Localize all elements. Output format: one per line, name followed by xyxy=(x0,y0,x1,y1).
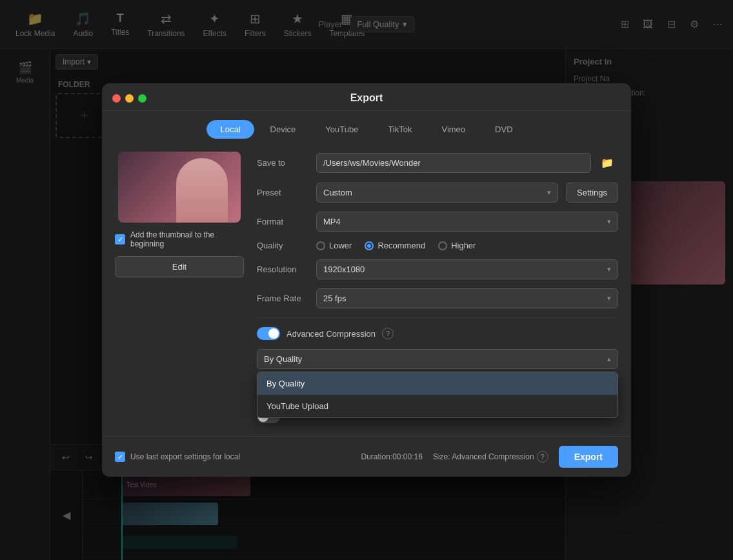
preset-row: Preset Custom ▾ Settings xyxy=(257,183,618,203)
quality-lower-label: Lower xyxy=(329,241,352,250)
thumb-person-figure xyxy=(176,158,228,223)
compression-dropdown[interactable]: By Quality ▴ xyxy=(257,349,618,369)
path-row: /Users/ws/Movies/Wonder 📁 xyxy=(316,152,618,174)
settings-button[interactable]: Settings xyxy=(566,183,618,203)
last-export-checkbox[interactable]: ✓ xyxy=(115,452,125,462)
frame-rate-row-label: Frame Rate xyxy=(257,294,308,303)
tab-bar: Local Device YouTube TikTok Vimeo DVD xyxy=(102,111,631,145)
quality-label: Quality xyxy=(257,241,308,250)
resolution-dropdown[interactable]: 1920x1080 ▾ xyxy=(316,259,618,279)
export-button[interactable]: Export xyxy=(559,446,618,468)
compression-dropdown-container: By Quality ▴ By Quality YouTube Upload xyxy=(257,349,618,369)
modal-title: Export xyxy=(115,92,618,104)
traffic-lights xyxy=(112,94,146,103)
footer-checkbox-row: ✓ Use last export settings for local xyxy=(115,452,240,462)
close-btn[interactable] xyxy=(112,94,121,103)
compression-option-youtube-upload[interactable]: YouTube Upload xyxy=(257,395,618,417)
quality-recommend-option[interactable]: Recommend xyxy=(365,241,425,250)
quality-lower-option[interactable]: Lower xyxy=(316,241,352,250)
tab-local[interactable]: Local xyxy=(206,120,254,139)
preset-label: Preset xyxy=(257,188,308,197)
settings-divider xyxy=(257,317,618,318)
tab-tiktok[interactable]: TikTok xyxy=(374,120,425,139)
advanced-compression-toggle[interactable] xyxy=(257,327,280,340)
tab-device[interactable]: Device xyxy=(257,120,310,139)
toggle-knob xyxy=(268,328,279,339)
quality-recommend-radio[interactable] xyxy=(365,241,374,250)
format-label: Format xyxy=(257,217,308,226)
tab-vimeo[interactable]: Vimeo xyxy=(428,120,479,139)
footer-size: Size: Advanced Compression ? xyxy=(433,451,548,463)
format-row: Format MP4 ▾ xyxy=(257,212,618,232)
thumbnail-checkbox[interactable]: ✓ xyxy=(115,234,125,245)
compression-chevron-icon: ▴ xyxy=(607,355,611,363)
quality-higher-label: Higher xyxy=(451,241,476,250)
tab-dvd[interactable]: DVD xyxy=(481,120,526,139)
format-chevron-icon: ▾ xyxy=(607,217,611,226)
advanced-compression-label: Advanced Compression xyxy=(286,329,376,339)
preset-chevron-icon: ▾ xyxy=(547,188,551,197)
advanced-compression-row: Advanced Compression ? xyxy=(257,327,618,340)
maximize-btn[interactable] xyxy=(138,94,146,103)
quality-recommend-label: Recommend xyxy=(377,241,425,250)
preset-dropdown[interactable]: Custom ▾ xyxy=(316,183,558,203)
save-to-label: Save to xyxy=(257,158,308,168)
modal-footer: ✓ Use last export settings for local Dur… xyxy=(102,436,631,477)
frame-rate-dropdown[interactable]: 25 fps ▾ xyxy=(316,288,618,308)
advanced-compression-help-icon[interactable]: ? xyxy=(382,328,394,339)
thumb-preview xyxy=(118,152,241,223)
thumb-checkbox-row: ✓ Add the thumbnail to the beginning xyxy=(115,230,244,248)
frame-rate-chevron-icon: ▾ xyxy=(607,294,611,303)
last-export-label: Use last export settings for local xyxy=(130,452,240,461)
save-to-row: Save to /Users/ws/Movies/Wonder 📁 xyxy=(257,152,618,174)
modal-titlebar: Export xyxy=(102,83,631,111)
quality-higher-option[interactable]: Higher xyxy=(438,241,476,250)
thumb-panel: ✓ Add the thumbnail to the beginning Edi… xyxy=(115,152,244,423)
settings-panel: Save to /Users/ws/Movies/Wonder 📁 Preset… xyxy=(257,152,618,423)
export-modal: Export Local Device YouTube TikTok Vimeo… xyxy=(102,83,631,477)
quality-higher-radio[interactable] xyxy=(438,241,447,250)
edit-button[interactable]: Edit xyxy=(115,256,244,277)
quality-lower-radio[interactable] xyxy=(316,241,325,250)
thumbnail-checkbox-label: Add the thumbnail to the beginning xyxy=(130,230,244,248)
tab-youtube[interactable]: YouTube xyxy=(312,120,372,139)
footer-duration: Duration:00:00:16 xyxy=(361,452,423,461)
quality-options: Lower Recommend Higher xyxy=(316,241,476,250)
folder-browse-btn[interactable]: 📁 xyxy=(596,152,618,174)
compression-dropdown-menu: By Quality YouTube Upload xyxy=(257,372,618,418)
resolution-row: Resolution 1920x1080 ▾ xyxy=(257,259,618,279)
frame-rate-row: Frame Rate 25 fps ▾ xyxy=(257,288,618,308)
compression-option-by-quality[interactable]: By Quality xyxy=(257,372,618,395)
size-help-icon[interactable]: ? xyxy=(537,451,548,463)
format-dropdown[interactable]: MP4 ▾ xyxy=(316,212,618,232)
minimize-btn[interactable] xyxy=(125,94,134,103)
resolution-chevron-icon: ▾ xyxy=(607,265,611,274)
modal-body: ✓ Add the thumbnail to the beginning Edi… xyxy=(102,145,631,436)
quality-row: Quality Lower Recommend Higher xyxy=(257,241,618,250)
save-to-path: /Users/ws/Movies/Wonder xyxy=(316,153,591,173)
resolution-row-label: Resolution xyxy=(257,265,308,274)
